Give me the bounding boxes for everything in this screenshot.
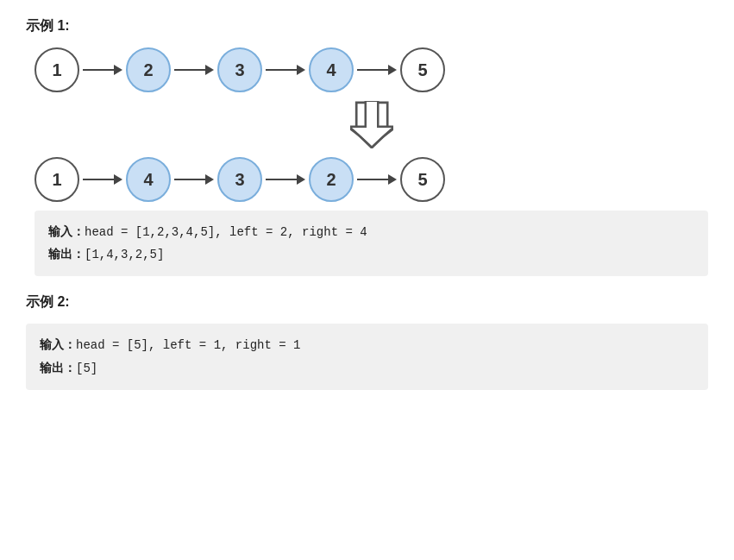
arrow-2-bottom bbox=[174, 174, 214, 185]
example1-output-label: 输出： bbox=[48, 247, 85, 261]
node-1-top: 1 bbox=[35, 47, 79, 92]
svg-marker-4 bbox=[352, 128, 392, 145]
down-arrow bbox=[35, 101, 708, 148]
arrow-2-top bbox=[174, 65, 214, 75]
example1-top-row: 1 2 3 4 5 bbox=[35, 47, 708, 92]
arrow-1-top bbox=[83, 65, 122, 75]
example2-input-label: 输入： bbox=[40, 337, 76, 351]
example1-diagram: 1 2 3 4 5 bbox=[35, 47, 708, 276]
example1-output-line: 输出：[1,4,3,2,5] bbox=[48, 243, 694, 266]
example2-output-value: [5] bbox=[76, 362, 97, 375]
down-arrow-svg bbox=[350, 101, 393, 148]
node-5-bottom: 5 bbox=[400, 157, 445, 202]
example1-block: 示例 1: 1 2 3 4 5 bbox=[26, 17, 708, 276]
example2-info: 输入：head = [5], left = 1, right = 1 输出：[5… bbox=[26, 324, 708, 389]
example1-output-value: [1,4,3,2,5] bbox=[85, 248, 164, 261]
example1-title: 示例 1: bbox=[26, 17, 708, 35]
example1-info: 输入：head = [1,2,3,4,5], left = 2, right =… bbox=[35, 211, 708, 276]
node-5-top: 5 bbox=[400, 47, 445, 92]
example1-input-value: head = [1,2,3,4,5], left = 2, right = 4 bbox=[85, 225, 367, 239]
example1-bottom-row: 1 4 3 2 5 bbox=[35, 157, 708, 202]
node-2-bottom: 2 bbox=[309, 157, 354, 202]
example2-block: 示例 2: 输入：head = [5], left = 1, right = 1… bbox=[26, 293, 708, 389]
node-3-bottom: 3 bbox=[217, 157, 262, 202]
example1-input-label: 输入： bbox=[48, 224, 85, 238]
node-1-bottom: 1 bbox=[35, 157, 79, 202]
node-4-bottom: 4 bbox=[126, 157, 171, 202]
example2-input-line: 输入：head = [5], left = 1, right = 1 bbox=[40, 334, 694, 356]
arrow-4-bottom bbox=[357, 174, 397, 185]
arrow-3-top bbox=[266, 65, 305, 75]
example2-input-value: head = [5], left = 1, right = 1 bbox=[76, 338, 300, 352]
svg-rect-3 bbox=[367, 102, 377, 129]
node-3-top: 3 bbox=[217, 47, 262, 92]
example1-input-line: 输入：head = [1,2,3,4,5], left = 2, right =… bbox=[48, 221, 694, 243]
arrow-4-top bbox=[357, 65, 397, 75]
example2-output-line: 输出：[5] bbox=[40, 357, 694, 380]
example2-output-label: 输出： bbox=[40, 361, 76, 374]
example2-title: 示例 2: bbox=[26, 293, 708, 311]
arrow-3-bottom bbox=[266, 174, 305, 185]
arrow-1-bottom bbox=[83, 174, 122, 185]
node-2-top: 2 bbox=[126, 47, 171, 92]
node-4-top: 4 bbox=[309, 47, 354, 92]
